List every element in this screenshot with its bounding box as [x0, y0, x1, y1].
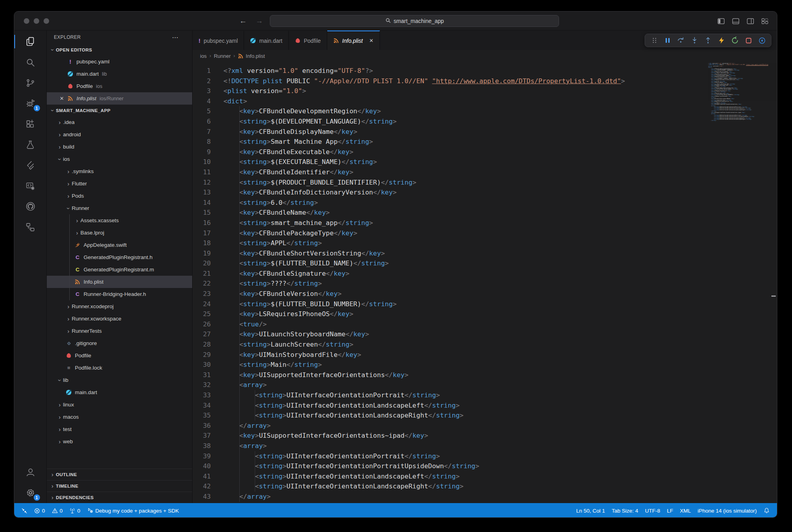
tree-item-main.dart[interactable]: main.dart — [47, 386, 192, 399]
activity-hierarchy-icon[interactable] — [14, 217, 47, 237]
status-item-error[interactable]: 0 — [34, 508, 45, 514]
chevron-right-icon: › — [56, 439, 63, 445]
tree-item-android[interactable]: ›android — [47, 128, 192, 141]
tree-item-Base.lproj[interactable]: ›Base.lproj — [47, 227, 192, 239]
file-name: Info.plist — [76, 95, 96, 101]
code-line: 9 <key>CFBundleExecutable</key> — [193, 147, 777, 157]
breadcrumb-Runner[interactable]: Runner — [214, 53, 231, 59]
tree-item-Runner.xcworkspace[interactable]: ›Runner.xcworkspace — [47, 313, 192, 325]
status-item-debug[interactable]: Debug my code + packages + SDK — [87, 507, 179, 514]
breadcrumb-ios[interactable]: ios — [200, 53, 207, 59]
tree-item-Pods[interactable]: ›Pods — [47, 190, 192, 202]
tree-item-lib[interactable]: ›lib — [47, 374, 192, 386]
status-item[interactable]: UTF-8 — [645, 508, 660, 514]
activity-source-control-icon[interactable] — [14, 72, 47, 93]
open-editor-pubspec.yaml[interactable]: !pubspec.yaml — [47, 55, 192, 68]
activity-run-debug-icon[interactable]: 1 — [14, 93, 47, 114]
tree-item-build[interactable]: ›build — [47, 141, 192, 153]
code-line: 18 <string>APPL</string> — [193, 238, 777, 248]
close-icon[interactable]: ✕ — [369, 38, 374, 44]
open-editor-Podfile[interactable]: Podfileios — [47, 80, 192, 92]
tab-pubspec.yaml[interactable]: !pubspec.yaml — [193, 31, 244, 50]
status-item[interactable]: Ln 50, Col 1 — [576, 508, 605, 514]
tree-item-.gitignore[interactable]: .gitignore — [47, 337, 192, 349]
status-item[interactable]: XML — [680, 508, 691, 514]
panel-left-icon[interactable] — [718, 18, 725, 24]
tree-item-.idea[interactable]: ›.idea — [47, 116, 192, 128]
tree-item-Flutter[interactable]: ›Flutter — [47, 177, 192, 190]
line-number: 31 — [193, 370, 211, 380]
activity-extensions-icon[interactable] — [14, 114, 47, 134]
open-editor-main.dart[interactable]: main.dartlib — [47, 68, 192, 80]
pause-icon[interactable] — [661, 34, 674, 46]
tree-item-Runner-Bridging-Header.h[interactable]: CRunner-Bridging-Header.h — [47, 288, 192, 300]
status-item[interactable]: iPhone 14 (ios simulator) — [698, 508, 757, 514]
panel-right-icon[interactable] — [747, 18, 754, 24]
grip-icon[interactable] — [647, 34, 661, 46]
status-item-ports[interactable]: 0 — [69, 508, 80, 514]
tree-item-Podfile[interactable]: Podfile — [47, 349, 192, 362]
section-outline[interactable]: ›OUTLINE — [47, 469, 192, 480]
tree-item-AppDelegate.swift[interactable]: AppDelegate.swift — [47, 239, 192, 251]
zoom-window-button[interactable] — [44, 18, 49, 24]
activity-flutter-icon[interactable] — [14, 155, 47, 175]
step-into-icon[interactable] — [688, 34, 701, 46]
activity-devtools-icon[interactable] — [14, 175, 47, 196]
step-out-icon[interactable] — [701, 34, 715, 46]
minimize-window-button[interactable] — [34, 18, 39, 24]
restart-icon[interactable] — [728, 34, 742, 46]
status-item[interactable]: LF — [667, 508, 673, 514]
tree-item-RunnerTests[interactable]: ›RunnerTests — [47, 325, 192, 337]
code-line: 14 <string>6.0</string> — [193, 198, 777, 208]
tree-item-ios[interactable]: ›ios — [47, 153, 192, 165]
tree-item-linux[interactable]: ›linux — [47, 399, 192, 411]
activity-account-icon[interactable] — [14, 462, 47, 482]
more-actions-icon[interactable]: ⋯ — [172, 34, 179, 41]
command-center-search[interactable]: smart_machine_app — [270, 15, 559, 27]
tree-item-Runner[interactable]: ›Runner — [47, 202, 192, 214]
stop-icon[interactable] — [742, 34, 755, 46]
tree-item-Podfile.lock[interactable]: ≡Podfile.lock — [47, 362, 192, 374]
tree-item-GeneratedPluginRegistrant.h[interactable]: CGeneratedPluginRegistrant.h — [47, 251, 192, 263]
minimap[interactable]: <?xml version="1.0" encoding="UTF-8"?><!… — [708, 63, 768, 130]
forward-arrow-icon[interactable]: → — [256, 17, 263, 25]
tab-Podfile[interactable]: Podfile — [289, 31, 327, 50]
plist-file-icon — [238, 53, 244, 59]
activity-github-icon[interactable] — [14, 196, 47, 217]
tree-item-Info.plist[interactable]: Info.plist — [47, 276, 192, 288]
code-editor[interactable]: 1<?xml version="1.0" encoding="UTF-8"?>2… — [193, 62, 777, 503]
project-section-header[interactable]: › SMART_MACHINE_APP — [47, 105, 192, 116]
panel-bottom-icon[interactable] — [732, 18, 739, 24]
close-icon[interactable]: ✕ — [57, 95, 67, 101]
tree-item-GeneratedPluginRegistrant.m[interactable]: CGeneratedPluginRegistrant.m — [47, 263, 192, 276]
close-window-button[interactable] — [24, 18, 29, 24]
activity-explorer-icon[interactable] — [14, 31, 47, 52]
tree-item-macos[interactable]: ›macos — [47, 411, 192, 423]
tree-item-web[interactable]: ›web — [47, 435, 192, 448]
breadcrumb-Info.plist[interactable]: Info.plist — [238, 53, 265, 59]
code-line: 34 <string>UIInterfaceOrientationLandsca… — [193, 400, 777, 411]
tree-item-test[interactable]: ›test — [47, 423, 192, 435]
open-editor-Info.plist[interactable]: ✕Info.plistios/Runner — [47, 92, 192, 105]
hot-reload-icon[interactable] — [715, 34, 728, 46]
step-over-icon[interactable] — [674, 34, 688, 46]
status-item-bell[interactable] — [763, 507, 770, 514]
activity-testing-icon[interactable] — [14, 134, 47, 155]
open-editors-section-header[interactable]: › OPEN EDITORS — [47, 44, 192, 55]
section-timeline[interactable]: ›TIMELINE — [47, 480, 192, 492]
status-item-remote[interactable] — [21, 508, 27, 514]
back-arrow-icon[interactable]: ← — [239, 17, 247, 25]
tab-main.dart[interactable]: main.dart — [244, 31, 288, 50]
inspector-icon[interactable] — [755, 34, 769, 46]
status-item-warning[interactable]: 0 — [52, 508, 63, 514]
tab-Info.plist[interactable]: Info.plist✕ — [327, 31, 380, 50]
layout-grid-icon[interactable] — [761, 18, 768, 24]
tree-item-.symlinks[interactable]: ›.symlinks — [47, 165, 192, 177]
activity-search-icon[interactable] — [14, 52, 47, 72]
tree-item-Runner.xcodeproj[interactable]: ›Runner.xcodeproj — [47, 300, 192, 313]
activity-settings-icon[interactable]: 1 — [14, 482, 47, 503]
tree-item-Assets.xcassets[interactable]: ›Assets.xcassets — [47, 214, 192, 227]
section-dependencies[interactable]: ›DEPENDENCIES — [47, 492, 192, 503]
status-item[interactable]: Tab Size: 4 — [612, 508, 638, 514]
tree-item-label: lib — [63, 377, 69, 383]
